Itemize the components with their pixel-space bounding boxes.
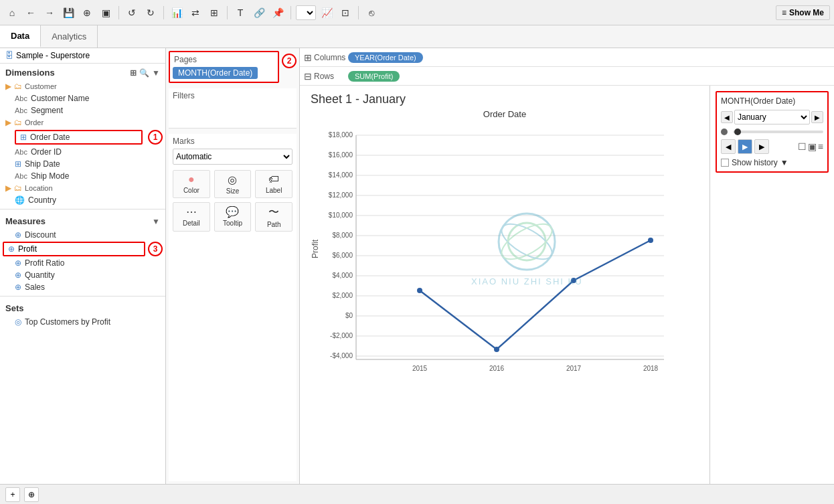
mark-path[interactable]: 〜 Path: [255, 202, 293, 232]
mark-color[interactable]: ● Color: [173, 170, 210, 198]
group-customer[interactable]: ▶ 🗂 Customer: [0, 80, 165, 92]
dim-segment[interactable]: Abc Segment: [0, 104, 165, 116]
show-history-label: Show history: [732, 158, 778, 167]
calendar-icon-order-date: ⊞: [20, 133, 27, 142]
speed-fast-icon[interactable]: ≡: [818, 141, 823, 152]
grid-icon[interactable]: ⊞: [130, 68, 137, 78]
step-back-btn[interactable]: ◀: [721, 139, 736, 154]
mark-detail[interactable]: ⋯ Detail: [173, 202, 210, 232]
sep3: [227, 6, 228, 19]
shelf-panel: ⊞ Columns YEAR(Order Date) ⊟ Rows SUM(Pr…: [300, 48, 834, 484]
dim-order-date[interactable]: ⊞ Order Date: [15, 130, 143, 145]
chart3-btn[interactable]: ⊡: [337, 5, 353, 21]
home-btn[interactable]: ⌂: [4, 5, 20, 21]
forward-btn[interactable]: →: [41, 5, 58, 21]
fit-btn[interactable]: ⊞: [206, 5, 222, 21]
show-history-arrow[interactable]: ▼: [780, 158, 788, 167]
link-btn[interactable]: 🔗: [251, 5, 267, 21]
folder-icon-loc: ▶: [5, 183, 11, 193]
marks-section: Marks Automatic Bar Line Area Circle ● C…: [169, 134, 297, 481]
mark-size-label: Size: [226, 187, 239, 195]
pages-section: Pages MONTH(Order Date): [169, 51, 279, 83]
publish-btn[interactable]: ▣: [98, 5, 114, 21]
abc-icon: Abc: [15, 94, 27, 102]
text-btn[interactable]: T: [232, 5, 248, 21]
mark-label[interactable]: 🏷 Label: [255, 170, 293, 198]
speed-icons: ☐ ▣ ≡: [798, 141, 823, 152]
marks-grid: ● Color ◎ Size 🏷 Label ⋯ Detail 💬 To: [173, 170, 293, 232]
duplicate-sheet-btn[interactable]: ⊕: [24, 487, 39, 502]
sep2: [163, 6, 164, 19]
measure-discount[interactable]: ⊕ Discount: [0, 229, 165, 241]
divider1: [0, 209, 165, 209]
page-control-title: MONTH(Order Date): [721, 96, 823, 106]
svg-text:$12,000: $12,000: [329, 191, 353, 199]
pin-btn[interactable]: 📌: [270, 5, 286, 21]
svg-point-32: [571, 278, 576, 283]
standard-select[interactable]: Standard: [296, 5, 316, 20]
add-sheet-btn[interactable]: +: [5, 487, 20, 502]
tab-bar: Data Analytics: [0, 25, 834, 48]
tab-data[interactable]: Data: [0, 25, 41, 48]
save-btn[interactable]: 💾: [60, 5, 76, 21]
pages-chip[interactable]: MONTH(Order Date): [173, 67, 258, 79]
marks-dropdown[interactable]: Automatic Bar Line Area Circle: [173, 149, 293, 165]
left-panel: 🗄 Sample - Superstore Dimensions ⊞ 🔍 ▼ ▶…: [0, 48, 166, 484]
dim-country[interactable]: 🌐 Country: [0, 194, 165, 206]
measure-profit[interactable]: ⊕ Profit: [3, 242, 145, 256]
dim-ship-date[interactable]: ⊞ Ship Date: [0, 158, 165, 170]
measure-quantity[interactable]: ⊕ Quantity: [0, 269, 165, 281]
show-history-checkbox[interactable]: [721, 159, 729, 167]
set-top-customers[interactable]: ◎ Top Customers by Profit: [0, 316, 165, 328]
chart2-btn[interactable]: 📈: [319, 5, 335, 21]
bar-chart-btn[interactable]: 📊: [169, 5, 185, 21]
undo-btn[interactable]: ↺: [124, 5, 140, 21]
svg-text:2017: 2017: [566, 365, 582, 372]
page-month-select[interactable]: January February March April May June Ju…: [734, 110, 810, 124]
dim-order-id[interactable]: Abc Order ID: [0, 146, 165, 158]
measure-profit-label: Profit: [18, 244, 37, 254]
group-order[interactable]: ▶ 🗂 Order: [0, 116, 165, 129]
redo-btn[interactable]: ↻: [143, 5, 159, 21]
share-btn[interactable]: ⎋: [363, 5, 380, 21]
hash-icon-sales: ⊕: [15, 282, 21, 292]
tab-analytics[interactable]: Analytics: [41, 25, 98, 48]
columns-pill[interactable]: YEAR(Order Date): [348, 52, 423, 63]
hash-icon-discount: ⊕: [15, 230, 21, 240]
show-me-icon: ≡: [782, 8, 786, 17]
back-btn[interactable]: ←: [23, 5, 39, 21]
group-order-label: Order: [25, 118, 44, 127]
mark-tooltip[interactable]: 💬 Tooltip: [214, 202, 252, 232]
page-prev-btn[interactable]: ◀: [721, 111, 733, 123]
dim-ship-mode-label: Ship Mode: [31, 171, 69, 181]
measure-sales[interactable]: ⊕ Sales: [0, 281, 165, 293]
svg-text:-$2,000: -$2,000: [330, 332, 353, 339]
swap-btn[interactable]: ⇄: [187, 5, 203, 21]
measure-quantity-label: Quantity: [25, 270, 55, 280]
page-next-btn[interactable]: ▶: [811, 111, 823, 123]
speed-slow-icon[interactable]: ☐: [798, 141, 807, 152]
duplicate-btn[interactable]: ⊕: [79, 5, 95, 21]
page-dot: [721, 129, 728, 135]
play-btn[interactable]: ▶: [738, 139, 752, 154]
show-me-button[interactable]: ≡ Show Me: [776, 5, 830, 20]
speed-medium-icon[interactable]: ▣: [808, 141, 817, 152]
step-forward-btn[interactable]: ▶: [754, 139, 769, 154]
rows-shelf: ⊟ Rows SUM(Profit): [300, 67, 834, 86]
sep4: [290, 6, 291, 19]
measures-expand-icon[interactable]: ▼: [152, 217, 160, 226]
svg-text:$16,000: $16,000: [329, 151, 353, 159]
expand-icon[interactable]: ▼: [152, 68, 160, 78]
dim-ship-mode[interactable]: Abc Ship Mode: [0, 170, 165, 182]
rows-pill[interactable]: SUM(Profit): [348, 71, 400, 82]
folder-icon-order: ▶: [5, 118, 11, 127]
measure-profit-ratio[interactable]: ⊕ Profit Ratio: [0, 257, 165, 269]
mark-size[interactable]: ◎ Size: [214, 170, 252, 198]
page-slider[interactable]: [733, 131, 823, 133]
group-location[interactable]: ▶ 🗂 Location: [0, 182, 165, 194]
dim-customer-name[interactable]: Abc Customer Name: [0, 92, 165, 104]
svg-text:$2,000: $2,000: [332, 292, 353, 299]
dim-order-date-label: Order Date: [30, 133, 70, 142]
search-icon[interactable]: 🔍: [139, 68, 149, 78]
hash-icon-profit: ⊕: [8, 244, 15, 254]
